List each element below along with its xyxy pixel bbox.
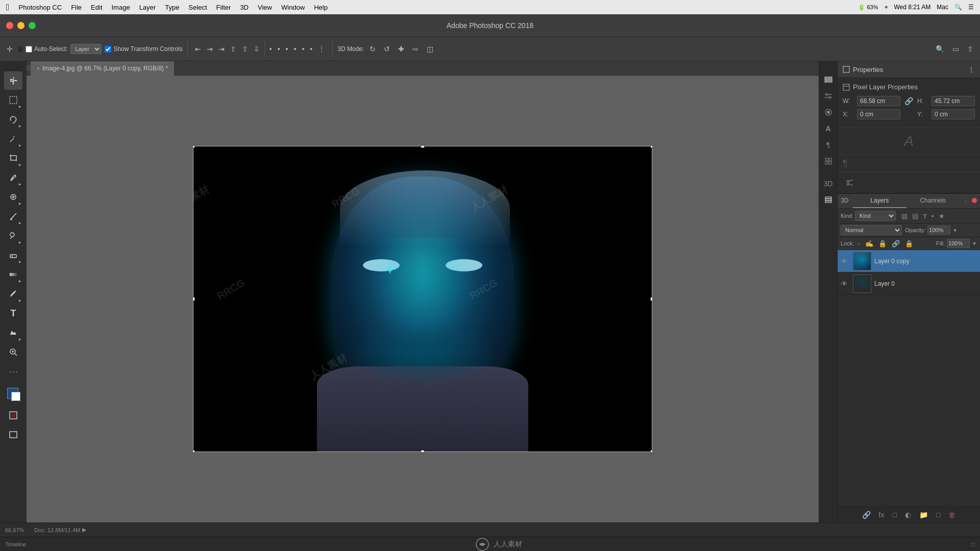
document-tab[interactable]: ● Image-4.jpg @ 66.7% (Layer 0 copy, RGB…: [31, 61, 175, 76]
filter-type-btn[interactable]: T: [922, 212, 928, 220]
layers-panel-btn[interactable]: [821, 193, 836, 207]
doc-info-arrow[interactable]: ▶: [82, 527, 86, 533]
layers-menu-btn[interactable]: ⋮: [960, 194, 972, 208]
new-layer-btn[interactable]: □: [934, 509, 943, 520]
filter-smart-btn[interactable]: ★: [937, 211, 946, 221]
align-center-h-btn[interactable]: ⇥: [204, 43, 215, 55]
right-panel-collapse-top[interactable]: ⋯: [821, 63, 836, 70]
healing-btn[interactable]: ▶: [4, 188, 22, 206]
apple-logo[interactable]: : [6, 2, 10, 13]
distribute-left-btn[interactable]: •: [267, 43, 275, 55]
timeline-expand-btn[interactable]: □: [971, 541, 975, 547]
menu-layer[interactable]: Layer: [139, 4, 156, 11]
menu-select[interactable]: Select: [188, 4, 207, 11]
align-top-btn[interactable]: ⇧: [228, 43, 239, 55]
properties-menu-btn[interactable]: ⋮: [968, 65, 975, 73]
glyphs-icon-btn[interactable]: [821, 154, 836, 168]
lasso-tool-btn[interactable]: ▶: [4, 110, 22, 129]
layer-item-0-copy[interactable]: 👁 Layer 0 copy: [838, 250, 980, 272]
lock-artboard-btn[interactable]: 🔗: [890, 239, 901, 248]
zoom-btn[interactable]: [4, 343, 22, 361]
blend-mode-select[interactable]: Normal Multiply Screen Overlay: [841, 225, 902, 235]
auto-select-checkbox[interactable]: Auto-Select:: [26, 45, 67, 53]
text-icon-btn[interactable]: A: [821, 121, 836, 136]
filter-shape-btn[interactable]: ▪: [930, 211, 936, 221]
search-btn[interactable]: 🔍: [933, 43, 947, 55]
path-selection-btn[interactable]: ▶: [4, 323, 22, 342]
close-tab-icon[interactable]: ●: [37, 65, 40, 71]
3d-scale-btn[interactable]: ◫: [424, 43, 436, 55]
share-btn[interactable]: ⇧: [965, 43, 976, 55]
align-bottom-btn[interactable]: ⇩: [251, 43, 262, 55]
distribute-top-btn[interactable]: •: [291, 43, 299, 55]
styles-icon-btn[interactable]: [821, 105, 836, 119]
fill-dropdown-btn[interactable]: ▼: [972, 241, 977, 246]
tab-3d[interactable]: 3D: [838, 194, 853, 208]
panel-list-btn[interactable]: ☰: [27, 65, 31, 72]
handle-bc[interactable]: [421, 450, 425, 452]
eraser-btn[interactable]: ▶: [4, 246, 22, 264]
height-input[interactable]: [932, 96, 975, 106]
delete-layer-btn[interactable]: 🗑: [946, 509, 958, 520]
x-input[interactable]: [857, 109, 900, 119]
distribute-center-btn[interactable]: •: [275, 43, 283, 55]
canvas-viewport[interactable]: 人人素材 RRCG 人人素材 RRCG RRCG 人人素材: [27, 76, 819, 522]
3d-pan-btn[interactable]: ✚: [396, 43, 407, 55]
adjustment-layer-btn[interactable]: ◐: [902, 509, 914, 520]
auto-select-dropdown[interactable]: Layer Group: [70, 44, 102, 54]
magic-wand-btn[interactable]: ▶: [4, 130, 22, 148]
crop-tool-btn[interactable]: ▶: [4, 149, 22, 167]
marquee-tool-btn[interactable]: ▶: [4, 91, 22, 109]
tab-layers[interactable]: Layers: [853, 194, 906, 208]
clone-btn[interactable]: ▶: [4, 227, 22, 245]
link-layers-btn[interactable]: 🔗: [860, 509, 873, 520]
layer-item-0[interactable]: 👁 Layer 0: [838, 272, 980, 295]
quick-mask-btn[interactable]: [4, 406, 22, 424]
close-button[interactable]: [6, 22, 13, 29]
minimize-button[interactable]: [17, 22, 24, 29]
lock-transparent-btn[interactable]: ▫: [856, 239, 862, 248]
scissors-btn[interactable]: [843, 176, 857, 190]
distribute-middle-btn[interactable]: •: [299, 43, 307, 55]
distribute-spacing-btn[interactable]: ⋮: [315, 43, 328, 55]
3d-slide-btn[interactable]: ⇨: [410, 43, 421, 55]
toolbar-collapse[interactable]: ⋮: [18, 46, 22, 52]
tab-channels[interactable]: Channels: [906, 194, 960, 208]
maximize-button[interactable]: [29, 22, 36, 29]
align-middle-v-btn[interactable]: ⇧: [239, 43, 251, 55]
lock-all-btn[interactable]: 🔒: [903, 239, 915, 248]
eyedropper-btn[interactable]: ▶: [4, 168, 22, 187]
layer-visibility-0[interactable]: 👁: [841, 280, 850, 288]
3d-roll-btn[interactable]: ↺: [381, 43, 393, 55]
move-tool-options-btn[interactable]: ✛: [4, 43, 15, 55]
more-tools-btn[interactable]: ⋯: [4, 362, 22, 381]
layer-kind-select[interactable]: Kind Name Effect: [855, 211, 896, 221]
handle-tl[interactable]: [193, 146, 195, 148]
distribute-bottom-btn[interactable]: •: [307, 43, 315, 55]
menu-file[interactable]: File: [71, 4, 82, 11]
search-icon[interactable]: 🔍: [954, 4, 962, 11]
opacity-dropdown-btn[interactable]: ▼: [952, 228, 958, 233]
filter-adjust-btn[interactable]: ▤: [911, 211, 920, 221]
handle-tr[interactable]: [650, 146, 652, 148]
brush-btn[interactable]: ▶: [4, 207, 22, 226]
align-left-btn[interactable]: ⇤: [192, 43, 204, 55]
handle-ml[interactable]: [193, 297, 195, 301]
menu-edit[interactable]: Edit: [91, 4, 102, 11]
properties-icon-btn[interactable]: [821, 72, 836, 87]
handle-tc[interactable]: [421, 146, 425, 148]
auto-select-input[interactable]: [26, 46, 32, 53]
color-swatches[interactable]: [4, 387, 22, 405]
menu-view[interactable]: View: [258, 4, 272, 11]
menu-window[interactable]: Window: [281, 4, 305, 11]
layer-mask-btn[interactable]: □: [890, 509, 899, 520]
pen-btn[interactable]: ▶: [4, 285, 22, 303]
menu-photoshop[interactable]: Photoshop CC: [19, 4, 62, 11]
link-wh-icon[interactable]: 🔗: [904, 97, 913, 105]
type-btn[interactable]: T: [4, 304, 22, 322]
arrange-btn[interactable]: ▭: [950, 43, 962, 55]
transform-controls-checkbox[interactable]: Show Transform Controls: [105, 45, 182, 53]
adjustments-icon-btn[interactable]: [821, 89, 836, 103]
menu-3d[interactable]: 3D: [240, 4, 249, 11]
gradient-btn[interactable]: ▶: [4, 265, 22, 284]
